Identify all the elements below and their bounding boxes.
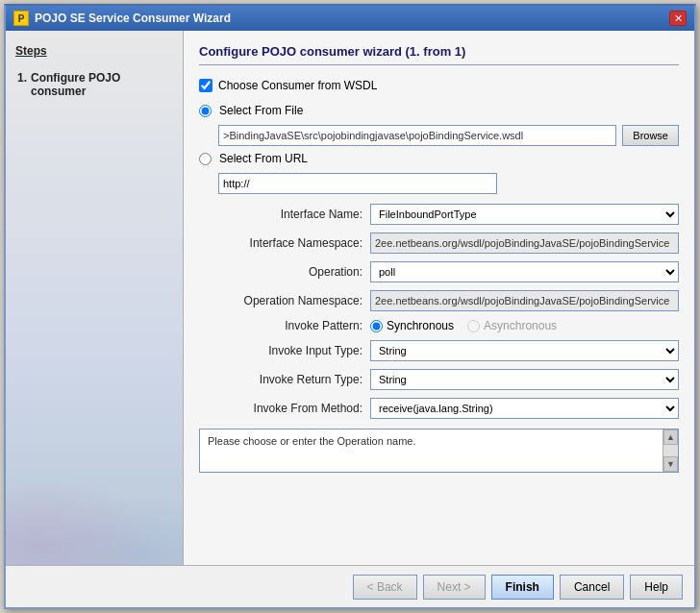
interface-namespace-label: Interface Namespace: (199, 236, 362, 250)
invoke-from-wrapper: receive(java.lang.String) (370, 398, 679, 419)
invoke-input-row: Invoke Input Type: String (199, 340, 679, 361)
browse-button[interactable]: Browse (622, 125, 679, 146)
file-row: Browse (218, 125, 679, 146)
scrollbar-down-btn[interactable]: ▼ (663, 456, 678, 472)
sidebar: Steps 1. Configure POJO consumer (6, 31, 184, 565)
asynchronous-radio[interactable] (467, 320, 480, 332)
window-icon: P (13, 11, 29, 26)
window-title: POJO SE Service Consumer Wizard (35, 12, 231, 25)
wizard-window: P POJO SE Service Consumer Wizard ✕ Step… (4, 4, 696, 609)
close-button[interactable]: ✕ (669, 11, 687, 26)
next-button[interactable]: Next > (423, 575, 486, 600)
select-file-radio-row: Select From File (199, 104, 679, 117)
operation-row: Operation: poll (199, 261, 679, 282)
title-bar: P POJO SE Service Consumer Wizard ✕ (6, 6, 694, 31)
sidebar-item-configure-pojo: 1. Configure POJO consumer (15, 67, 173, 102)
invoke-pattern-group: Synchronous Asynchronous (370, 319, 557, 332)
interface-name-row: Interface Name: FileInboundPortType (199, 204, 679, 225)
invoke-return-row: Invoke Return Type: String (199, 369, 679, 390)
choose-wsdl-checkbox[interactable] (199, 79, 212, 92)
interface-name-label: Interface Name: (199, 208, 362, 221)
sidebar-decoration (6, 469, 183, 565)
url-row (218, 173, 679, 194)
invoke-return-label: Invoke Return Type: (199, 373, 362, 386)
invoke-from-row: Invoke From Method: receive(java.lang.St… (199, 398, 679, 419)
step-number: 1. (17, 71, 27, 98)
asynchronous-label: Asynchronous (484, 319, 557, 332)
select-url-label: Select From URL (219, 152, 308, 165)
invoke-return-select[interactable]: String (370, 369, 679, 390)
select-file-radio[interactable] (199, 105, 212, 117)
step-label: Configure POJO consumer (31, 71, 171, 98)
interface-name-select[interactable]: FileInboundPortType (370, 204, 679, 225)
scrollbar-up-btn[interactable]: ▲ (663, 429, 678, 445)
content-area: Steps 1. Configure POJO consumer Configu… (6, 31, 694, 565)
invoke-input-label: Invoke Input Type: (199, 344, 362, 357)
invoke-from-label: Invoke From Method: (199, 402, 362, 415)
select-url-radio[interactable] (199, 153, 212, 165)
synchronous-label: Synchronous (387, 319, 454, 332)
select-url-radio-row: Select From URL (199, 152, 679, 165)
select-file-label: Select From File (219, 104, 303, 117)
interface-name-wrapper: FileInboundPortType (370, 204, 679, 225)
message-box: Please choose or enter the Operation nam… (199, 429, 679, 473)
main-panel: Configure POJO consumer wizard (1. from … (184, 31, 694, 565)
operation-namespace-label: Operation Namespace: (199, 294, 362, 307)
panel-title: Configure POJO consumer wizard (1. from … (199, 44, 679, 65)
invoke-return-wrapper: String (370, 369, 679, 390)
help-button[interactable]: Help (630, 575, 683, 600)
interface-namespace-row: Interface Namespace: (199, 233, 679, 254)
back-button[interactable]: < Back (353, 575, 417, 600)
operation-select[interactable]: poll (370, 261, 679, 282)
synchronous-radio[interactable] (370, 320, 383, 332)
synchronous-option: Synchronous (370, 319, 454, 332)
message-text: Please choose or enter the Operation nam… (208, 435, 415, 447)
interface-namespace-input[interactable] (370, 233, 679, 254)
footer: < Back Next > Finish Cancel Help (6, 565, 694, 607)
invoke-pattern-label: Invoke Pattern: (199, 319, 362, 332)
operation-label: Operation: (199, 265, 362, 279)
operation-namespace-row: Operation Namespace: (199, 290, 679, 311)
finish-button[interactable]: Finish (491, 575, 554, 600)
invoke-pattern-row: Invoke Pattern: Synchronous Asynchronous (199, 319, 679, 332)
steps-heading: Steps (15, 44, 173, 58)
message-scrollbar: ▲ ▼ (662, 429, 678, 472)
invoke-input-wrapper: String (370, 340, 679, 361)
cancel-button[interactable]: Cancel (560, 575, 624, 600)
operation-wrapper: poll (370, 261, 679, 282)
asynchronous-option: Asynchronous (467, 319, 557, 332)
choose-wsdl-row: Choose Consumer from WSDL (199, 79, 679, 92)
invoke-input-select[interactable]: String (370, 340, 679, 361)
url-input[interactable] (218, 173, 497, 194)
file-path-input[interactable] (218, 125, 616, 146)
operation-namespace-input[interactable] (370, 290, 679, 311)
invoke-from-select[interactable]: receive(java.lang.String) (370, 398, 679, 419)
choose-wsdl-label: Choose Consumer from WSDL (218, 79, 377, 92)
